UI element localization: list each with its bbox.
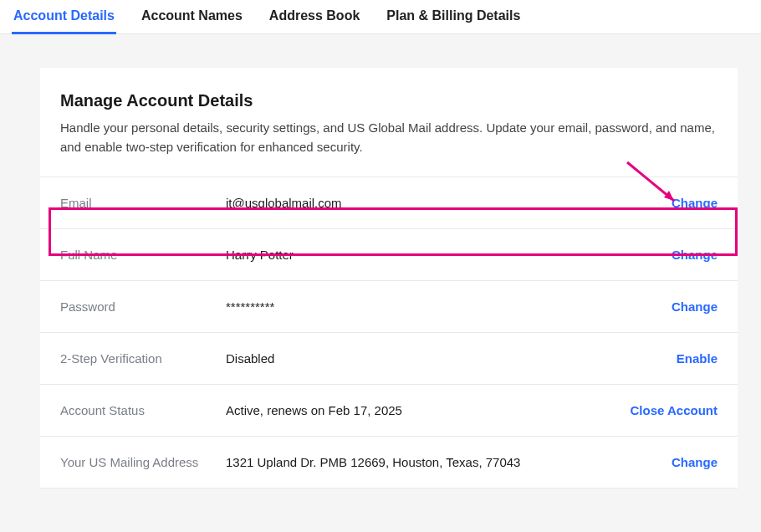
tab-account-details[interactable]: Account Details — [12, 0, 116, 33]
account-details-card: Manage Account Details Handle your perso… — [40, 68, 738, 489]
value-account-status: Active, renews on Feb 17, 2025 — [226, 403, 631, 417]
row-full-name: Full Name Harry Potter Change — [40, 229, 738, 281]
label-mailing-address: Your US Mailing Address — [60, 455, 226, 469]
label-2step: 2-Step Verification — [60, 351, 226, 366]
enable-2step-link[interactable]: Enable — [677, 351, 718, 366]
card-header: Manage Account Details Handle your perso… — [40, 91, 738, 177]
tab-address-book[interactable]: Address Book — [268, 0, 361, 33]
change-password-link[interactable]: Change — [672, 299, 718, 314]
tab-account-names[interactable]: Account Names — [140, 0, 244, 33]
row-email: Email it@usglobalmail.com Change — [40, 177, 738, 229]
row-account-status: Account Status Active, renews on Feb 17,… — [40, 385, 738, 437]
change-mailing-address-link[interactable]: Change — [672, 455, 718, 469]
tabs-bar: Account Details Account Names Address Bo… — [0, 0, 761, 34]
close-account-link[interactable]: Close Account — [631, 403, 718, 417]
page-description: Handle your personal details, security s… — [60, 119, 718, 156]
label-account-status: Account Status — [60, 403, 226, 417]
row-password: Password ********** Change — [40, 281, 738, 333]
label-password: Password — [60, 299, 226, 314]
value-2step: Disabled — [226, 351, 677, 366]
label-email: Email — [60, 196, 226, 210]
value-email: it@usglobalmail.com — [226, 196, 672, 210]
row-mailing-address: Your US Mailing Address 1321 Upland Dr. … — [40, 437, 738, 489]
page-title: Manage Account Details — [60, 91, 718, 110]
tab-plan-billing[interactable]: Plan & Billing Details — [385, 0, 522, 33]
label-full-name: Full Name — [60, 248, 226, 262]
value-full-name: Harry Potter — [226, 248, 672, 262]
change-full-name-link[interactable]: Change — [672, 248, 718, 262]
value-mailing-address: 1321 Upland Dr. PMB 12669, Houston, Texa… — [226, 455, 672, 469]
row-2step: 2-Step Verification Disabled Enable — [40, 333, 738, 385]
change-email-link[interactable]: Change — [672, 196, 718, 210]
value-password: ********** — [226, 299, 672, 314]
content-wrapper: Manage Account Details Handle your perso… — [0, 34, 761, 489]
